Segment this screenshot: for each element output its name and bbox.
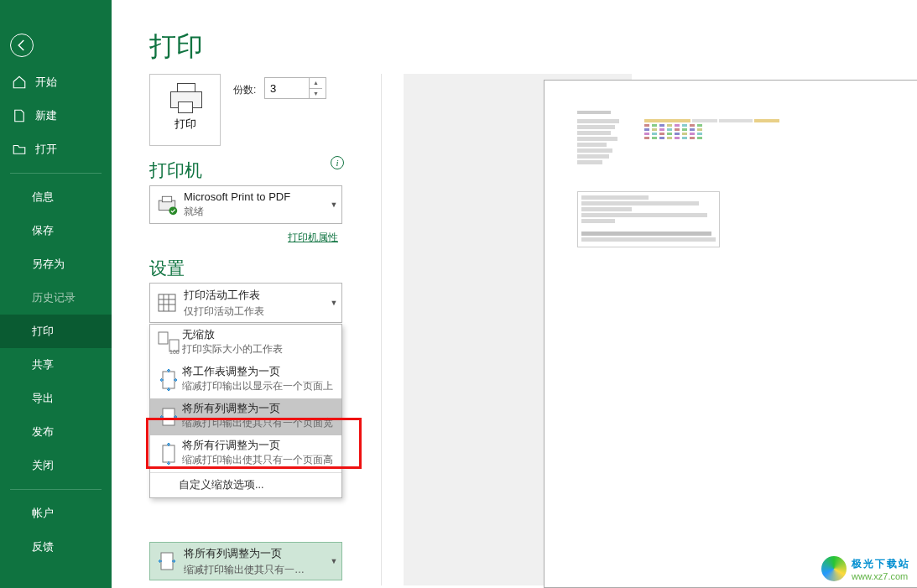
nav-share[interactable]: 共享	[0, 348, 112, 382]
nav-close-label: 关闭	[32, 458, 54, 473]
fit-rows-icon	[158, 442, 180, 466]
nav-open[interactable]: 打开	[0, 133, 112, 166]
scaling-current-title: 将所有列调整为一页	[184, 546, 326, 561]
scaling-opt-0-title: 无缩放	[182, 328, 336, 342]
nav-share-label: 共享	[32, 357, 54, 372]
nav-publish-label: 发布	[32, 424, 54, 440]
nav-new[interactable]: 新建	[0, 99, 112, 133]
printer-icon	[170, 88, 201, 110]
nav-open-label: 打开	[35, 142, 57, 157]
heading-printer: 打印机	[149, 159, 202, 182]
print-what-title: 打印活动工作表	[184, 288, 326, 303]
worksheet-icon	[157, 293, 177, 313]
nav-feedback-label: 反馈	[32, 539, 54, 554]
nav-publish[interactable]: 发布	[0, 415, 112, 449]
scaling-option-fit-columns[interactable]: 将所有列调整为一页缩减打印输出使其只有一个页面宽	[150, 398, 341, 435]
svg-text:100: 100	[169, 349, 180, 355]
nav-saveas-label: 另存为	[32, 257, 65, 272]
back-arrow-icon	[14, 38, 29, 53]
nav-home[interactable]: 开始	[0, 65, 112, 99]
print-preview-page	[544, 80, 917, 588]
no-scaling-icon: 100	[158, 331, 180, 355]
backstage-sidebar: 开始 新建 打开 信息 保存 另存为 历史记录 打印 共享 导出 发布 关闭 帐…	[0, 0, 112, 588]
scaling-option-no-scaling[interactable]: 100 无缩放打印实际大小的工作表	[150, 325, 341, 362]
watermark-logo-icon	[821, 556, 847, 581]
nav-home-label: 开始	[35, 75, 57, 90]
scaling-opt-3-title: 将所有行调整为一页	[182, 439, 336, 453]
nav-separator	[10, 173, 102, 174]
nav-save[interactable]: 保存	[0, 214, 112, 247]
nav-saveas[interactable]: 另存为	[0, 247, 112, 281]
watermark-brand: 极光下载站	[852, 557, 910, 571]
printer-properties-link[interactable]: 打印机属性	[288, 231, 338, 245]
heading-settings: 设置	[149, 257, 185, 280]
nav-info-label: 信息	[32, 190, 54, 205]
fit-columns-icon	[158, 405, 180, 429]
printer-selector[interactable]: Microsoft Print to PDF 就绪 ▼	[149, 185, 342, 224]
print-what-selector[interactable]: 打印活动工作表 仅打印活动工作表 ▼	[149, 283, 342, 323]
nav-save-label: 保存	[32, 223, 54, 238]
open-folder-icon	[12, 142, 27, 157]
nav-print[interactable]: 打印	[0, 315, 112, 348]
print-backstage-content: 打印 打印 份数: ▲ ▼ 打印机 i Microsoft Print to P…	[112, 0, 917, 588]
svg-rect-8	[163, 408, 175, 425]
panel-divider	[381, 74, 382, 585]
printer-status: 就绪	[184, 205, 326, 219]
copies-spinner: ▲ ▼	[309, 78, 322, 98]
copies-spin-up[interactable]: ▲	[310, 78, 322, 89]
nav-feedback[interactable]: 反馈	[0, 530, 112, 564]
chevron-down-icon: ▼	[326, 299, 341, 307]
preview-content-thumb	[577, 111, 917, 247]
copies-input[interactable]	[265, 82, 309, 95]
scaling-dropdown: 100 无缩放打印实际大小的工作表 将工作表调整为一页缩减打印输出以显示在一个页…	[149, 324, 342, 498]
printer-ready-icon	[156, 194, 178, 216]
scaling-opt-1-title: 将工作表调整为一页	[182, 365, 336, 379]
print-button-label: 打印	[175, 117, 196, 132]
copies-spin-down[interactable]: ▼	[310, 89, 322, 99]
nav-info[interactable]: 信息	[0, 180, 112, 214]
fit-columns-icon	[156, 549, 178, 573]
home-icon	[12, 75, 27, 90]
print-what-desc: 仅打印活动工作表	[184, 304, 326, 319]
scaling-selector[interactable]: 将所有列调整为一页 缩减打印输出使其只有一… ▼	[149, 542, 342, 580]
nav-print-label: 打印	[32, 324, 54, 339]
scaling-option-fit-sheet[interactable]: 将工作表调整为一页缩减打印输出以显示在一个页面上	[150, 362, 341, 398]
watermark: 极光下载站 www.xz7.com	[821, 556, 910, 581]
watermark-url: www.xz7.com	[852, 571, 910, 581]
page-title: 打印	[149, 29, 203, 65]
new-icon	[12, 108, 27, 123]
svg-rect-3	[159, 294, 175, 311]
print-button[interactable]: 打印	[149, 74, 221, 146]
nav-account[interactable]: 帐户	[0, 497, 112, 530]
copies-input-wrapper: ▲ ▼	[264, 77, 326, 99]
svg-rect-4	[159, 332, 168, 344]
nav-separator-2	[10, 489, 102, 490]
scaling-opt-2-title: 将所有列调整为一页	[182, 402, 336, 416]
scaling-opt-2-desc: 缩减打印输出使其只有一个页面宽	[182, 417, 336, 430]
chevron-down-icon: ▼	[326, 557, 341, 565]
nav-new-label: 新建	[35, 108, 57, 123]
scaling-opt-3-desc: 缩减打印输出使其只有一个页面高	[182, 454, 336, 467]
chevron-down-icon: ▼	[326, 200, 341, 209]
fit-sheet-icon	[158, 368, 180, 392]
copies-label: 份数:	[233, 83, 256, 97]
back-button[interactable]	[10, 34, 34, 57]
svg-rect-9	[163, 445, 175, 462]
printer-name: Microsoft Print to PDF	[184, 190, 326, 203]
scaling-custom-option[interactable]: 自定义缩放选项...	[150, 472, 341, 497]
scaling-current-desc: 缩减打印输出使其只有一…	[184, 563, 326, 577]
nav-export[interactable]: 导出	[0, 382, 112, 415]
svg-rect-10	[161, 553, 173, 570]
nav-export-label: 导出	[32, 391, 54, 406]
svg-rect-1	[162, 196, 171, 202]
scaling-opt-0-desc: 打印实际大小的工作表	[182, 343, 336, 356]
printer-info-icon[interactable]: i	[331, 156, 344, 169]
scaling-opt-1-desc: 缩减打印输出以显示在一个页面上	[182, 380, 336, 393]
nav-close[interactable]: 关闭	[0, 449, 112, 482]
nav-history: 历史记录	[0, 281, 112, 315]
scaling-option-fit-rows[interactable]: 将所有行调整为一页缩减打印输出使其只有一个页面高	[150, 435, 341, 472]
nav-account-label: 帐户	[32, 506, 54, 521]
nav-history-label: 历史记录	[32, 290, 76, 305]
svg-rect-7	[163, 372, 175, 388]
